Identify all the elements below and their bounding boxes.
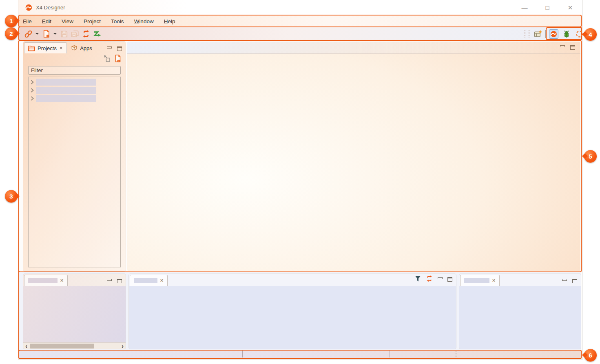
bottom-right-panel: ✕	[459, 274, 581, 349]
status-divider	[242, 351, 243, 357]
status-bar	[18, 350, 582, 359]
editor-area	[127, 42, 580, 271]
bottom-left-window-buttons	[107, 279, 126, 286]
minimize-view-icon[interactable]	[560, 45, 565, 47]
x4-perspective-icon	[550, 31, 557, 38]
window-maximize-button[interactable]: □	[543, 4, 552, 11]
bottom-middle-tab[interactable]: ✕	[130, 275, 168, 286]
menu-bar: File Edit View Project Tools Window Help	[23, 16, 175, 26]
save-all-icon[interactable]	[71, 29, 80, 38]
window-title: X4 Designer	[36, 4, 65, 11]
callout-badge-perspective-icons: 4	[584, 28, 597, 41]
toolbar-separator	[545, 30, 546, 38]
bottom-right-window-buttons	[562, 279, 581, 286]
filter-funnel-icon[interactable]	[415, 276, 421, 284]
new-file-dropdown-caret[interactable]	[53, 33, 57, 35]
scroll-right-arrow[interactable]: ›	[120, 343, 126, 349]
bottom-right-tab[interactable]: ✕	[460, 275, 500, 286]
projects-panel: Projects ✕ Apps	[23, 42, 126, 271]
callout-badge-statusbar: 6	[584, 349, 597, 362]
open-perspective-icon[interactable]	[534, 29, 542, 38]
tab-apps[interactable]: Apps	[67, 42, 96, 53]
tree-row[interactable]	[29, 86, 120, 94]
scroll-left-arrow[interactable]: ‹	[23, 343, 29, 349]
scrollbar-thumb[interactable]	[30, 344, 94, 349]
perspective-toolbar	[523, 28, 549, 40]
link-with-editor-icon[interactable]	[103, 55, 111, 64]
maximize-view-icon[interactable]	[447, 277, 452, 282]
filter-input[interactable]	[28, 66, 121, 75]
maximize-view-icon[interactable]	[572, 279, 577, 283]
connect-link-icon[interactable]	[24, 29, 33, 38]
callout-badge-editor-area: 5	[584, 150, 597, 163]
callout-badge-menubar: 1	[5, 15, 18, 27]
menu-help[interactable]: Help	[164, 18, 175, 24]
menu-tools[interactable]: Tools	[111, 18, 124, 24]
maximize-view-icon[interactable]	[570, 45, 575, 50]
minimize-view-icon[interactable]	[438, 277, 443, 279]
status-divider	[342, 351, 342, 357]
debug-bug-icon[interactable]	[562, 29, 571, 38]
menu-edit[interactable]: Edit	[42, 18, 51, 24]
menu-view[interactable]: View	[62, 18, 73, 24]
horizontal-scrollbar[interactable]: ‹ ›	[23, 342, 126, 349]
tab-close-icon[interactable]: ✕	[60, 278, 64, 283]
bottom-right-tabstrip: ✕	[459, 274, 581, 286]
maximize-view-icon[interactable]	[117, 279, 122, 283]
menu-file[interactable]: File	[23, 18, 32, 24]
tab-projects[interactable]: Projects ✕	[24, 42, 67, 53]
main-toolbar	[24, 28, 102, 40]
editor-tabstrip	[127, 42, 580, 54]
expand-chevron-icon[interactable]	[29, 80, 36, 84]
menu-project[interactable]: Project	[84, 18, 101, 24]
apps-cube-icon	[71, 45, 77, 51]
refresh-icon[interactable]	[82, 29, 91, 38]
projects-panel-tabstrip: Projects ✕ Apps	[23, 42, 126, 53]
bottom-left-panel: ✕ ‹ ›	[23, 274, 126, 349]
bottom-middle-tabstrip: ✕	[129, 274, 456, 286]
toolbar-grip[interactable]	[529, 30, 529, 38]
projects-view-toolbar	[23, 53, 126, 66]
tab-close-icon[interactable]: ✕	[492, 278, 496, 283]
bottom-middle-panel: ✕	[129, 274, 456, 349]
bottom-middle-toolbar	[415, 275, 456, 286]
redacted-tab-label	[134, 278, 157, 283]
expand-chevron-icon[interactable]	[29, 96, 36, 101]
x4-perspective-toggle[interactable]	[549, 29, 558, 39]
new-file-icon[interactable]	[42, 29, 51, 38]
tab-apps-label: Apps	[80, 45, 92, 51]
maximize-view-icon[interactable]	[117, 46, 122, 51]
connect-dropdown-caret[interactable]	[35, 33, 39, 35]
projects-panel-window-buttons	[107, 46, 126, 53]
expand-chevron-icon[interactable]	[29, 88, 36, 93]
status-grip[interactable]	[456, 351, 456, 357]
toolbar-grip[interactable]	[525, 30, 525, 38]
bottom-left-tab[interactable]: ✕	[24, 275, 68, 286]
tab-close-icon[interactable]: ✕	[59, 46, 63, 51]
minimize-view-icon[interactable]	[562, 279, 567, 281]
window-minimize-button[interactable]: —	[520, 4, 529, 11]
title-bar: X4 Designer — □ ✕	[18, 0, 582, 15]
folder-icon	[28, 45, 35, 51]
deploy-zigzag-icon[interactable]	[93, 29, 102, 38]
callout-badge-projects-panel: 3	[5, 190, 18, 203]
app-logo-icon	[25, 4, 32, 11]
tree-row[interactable]	[29, 95, 120, 102]
show-closed-projects-icon[interactable]	[114, 55, 122, 64]
minimize-view-icon[interactable]	[107, 46, 112, 49]
save-icon[interactable]	[60, 29, 69, 38]
redacted-tab-label	[464, 278, 489, 283]
bottom-left-tabstrip: ✕	[23, 274, 126, 286]
window-close-button[interactable]: ✕	[566, 4, 575, 11]
minimize-view-icon[interactable]	[107, 279, 112, 281]
menu-window[interactable]: Window	[134, 18, 154, 24]
projects-tree	[28, 77, 121, 267]
callout-badge-toolbar: 2	[5, 27, 18, 40]
tab-close-icon[interactable]: ✕	[160, 278, 164, 283]
refresh-icon[interactable]	[426, 275, 433, 284]
redacted-project-name	[36, 87, 96, 94]
redacted-project-name	[36, 95, 96, 102]
redacted-tab-label	[28, 278, 58, 283]
tree-row[interactable]	[29, 78, 120, 86]
window-controls: — □ ✕	[520, 0, 575, 15]
